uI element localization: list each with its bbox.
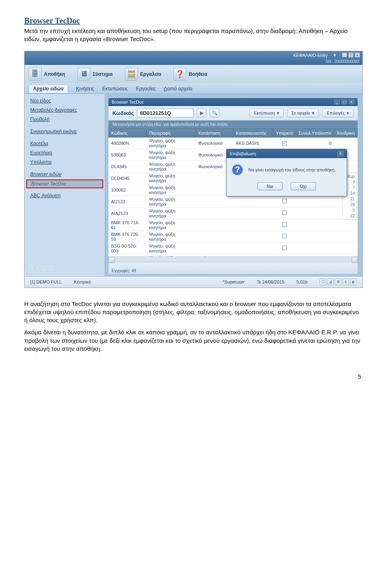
app-screenshot: ΚΕΦΑΛΑΙΟ-Entry ▼ _ □ × SN : 99000000000 …	[24, 51, 363, 288]
sidebar-item-browser-tecdoc[interactable]: Browser TecDoc	[26, 179, 103, 188]
toolbar-warehouse-button[interactable]: 🗄Αποθήκη	[29, 68, 65, 81]
question-icon: ?	[231, 164, 243, 176]
group-hint-row: Μετακινήστε μια στήλη εδώ, για ομαδοποίη…	[108, 121, 358, 129]
sidebar-item-summary[interactable]: Συγκεντρωτική εικόνα	[25, 127, 105, 136]
grid-footer: Εγγραφές: 49	[108, 262, 358, 274]
dialog-message: Να γίνει εισαγωγή του είδους στην αποθήκ…	[248, 167, 335, 172]
status-icon[interactable]: 🖵	[320, 279, 326, 285]
dialog-yes-button[interactable]: Ναι	[257, 182, 283, 190]
section-heading: Browser TecDoc	[24, 16, 363, 25]
sidebar: Νέο είδος Μεταβολές-διαγραφές Προβολή Συ…	[25, 94, 105, 276]
toolbar-label: Εργαλεία	[140, 71, 162, 77]
dialog-titlebar: Επιβεβαίωση ×	[227, 149, 347, 158]
status-bar: [1] DEMO FULL Κεντρικό *Superuser Τε 24/…	[25, 276, 362, 288]
sidebar-item-view[interactable]: Προβολή	[25, 115, 105, 124]
status-db-label: [1] DEMO FULL	[30, 279, 62, 284]
col-code[interactable]: Κωδικός	[109, 129, 147, 137]
status-icon[interactable]: Ⅲ	[335, 279, 341, 285]
search-label: Κωδικός	[112, 110, 134, 116]
col-status[interactable]: Κατάσταση	[196, 129, 233, 137]
sidebar-item-index[interactable]: Ευρετήριο	[25, 148, 105, 157]
warehouse-icon: 🗄	[29, 68, 42, 81]
toolbar-help-button[interactable]: ❓Βοήθεια	[173, 68, 207, 81]
status-icon[interactable]: 🖨	[327, 279, 334, 285]
sidebar-item-new[interactable]: Νέο είδος	[25, 96, 105, 105]
sidebar-item-modify[interactable]: Μεταβολές-διαγραφές	[25, 106, 105, 115]
play-button[interactable]: ▶	[197, 108, 206, 117]
table-row[interactable]: BMK 376 714-61Ψυγείο, ψύξη κινητήρα	[109, 219, 358, 231]
minimize-icon[interactable]: _	[342, 52, 347, 58]
to-file-button[interactable]: Σε αρχείο▾	[287, 108, 319, 117]
menu-item-movements[interactable]: Κινήσεις	[76, 86, 94, 92]
system-icon: 🖥	[77, 68, 90, 81]
table-row[interactable]: AIA2123Ψυγείο, ψύξη κινητήρα	[109, 207, 358, 219]
watermark-text: Κεφά	[28, 261, 55, 274]
chevron-down-icon: ▾	[347, 111, 349, 116]
options-button[interactable]: Επιλογές▾	[322, 108, 354, 117]
table-row[interactable]: BSG 90-520-003Ψυγείο, ψύξη κινητήρα	[109, 242, 358, 254]
dialog-title-label: Επιβεβαίωση	[230, 151, 256, 156]
col-wholesale[interactable]: Χονδρική	[334, 129, 357, 137]
inner-minimize-icon[interactable]: _	[334, 100, 340, 104]
menu-item-other[interactable]: Λοιπά αρχεία	[164, 86, 192, 92]
table-row[interactable]: AI2123Ψυγείο, ψύξη κινητήρα	[109, 196, 358, 207]
chevron-down-icon: ▾	[277, 111, 279, 116]
menu-item-prints[interactable]: Εκτυπώσεις	[102, 86, 128, 92]
status-icon[interactable]: €	[343, 279, 349, 285]
sn-label: SN : 99000000000	[25, 59, 362, 65]
toolbar-tools-button[interactable]: 🧮Εργαλεία	[125, 68, 162, 81]
toolbar-label: Αποθήκη	[44, 71, 65, 77]
status-icons: 🖵 🖨 Ⅲ € ◐	[320, 279, 357, 285]
status-user-label: *Superuser	[223, 279, 245, 284]
inner-title-label: Browser TecDoc	[112, 100, 144, 104]
table-row[interactable]: BMK 376 720-59Ψυγείο, ψύξη κινητήρα	[109, 231, 358, 242]
horizontal-scrollbar[interactable]	[108, 256, 358, 262]
table-row[interactable]: 480390NΨυγείο, ψύξη κινητήραΦυσιολογικόA…	[109, 137, 358, 149]
maximize-icon[interactable]: □	[348, 52, 354, 58]
col-total-balance[interactable]: Συνολ.Υπόλοιπο	[296, 129, 334, 137]
status-branch-label: Κεντρικό	[74, 279, 91, 284]
main-toolbar: 🗄Αποθήκη 🖥Σύστημα 🧮Εργαλεία ❓Βοήθεια	[25, 65, 362, 83]
dialog-no-button[interactable]: Όχι	[291, 182, 316, 190]
toolbar-system-button[interactable]: 🖥Σύστημα	[77, 68, 113, 81]
print-button[interactable]: Εκτύπωση▾	[250, 108, 284, 117]
sidebar-item-abc[interactable]: ABC Ανάλυση	[25, 191, 105, 200]
body-paragraph-3: Ακόμα δίνεται η δυνατότητα, με διπλό κλι…	[24, 328, 363, 353]
close-icon[interactable]: ×	[355, 52, 360, 58]
col-manufacturer[interactable]: Κατασκευαστής	[233, 129, 273, 137]
app-title-label: ΚΕΦΑΛΑΙΟ-Entry	[293, 53, 328, 58]
window-titlebar: ΚΕΦΑΛΑΙΟ-Entry ▼ _ □ ×	[25, 51, 362, 59]
dialog-close-icon[interactable]: ×	[337, 151, 343, 156]
menu-item-tasks[interactable]: Εργασίες	[136, 86, 156, 92]
page-number: 5	[24, 373, 363, 380]
sidebar-item-card[interactable]: Καρτέλα	[25, 139, 105, 148]
inner-close-icon[interactable]: ×	[349, 100, 354, 104]
status-version-label: 5.01b	[296, 279, 308, 284]
chevron-down-icon: ▾	[312, 111, 314, 116]
record-count-label: Εγγραφές: 49	[112, 269, 354, 273]
status-icon[interactable]: ◐	[350, 279, 357, 285]
menu-item-archive[interactable]: Αρχείο ειδών	[29, 84, 68, 93]
col-exists[interactable]: Υπαρκτό	[273, 129, 296, 137]
menu-bar: Αρχείο ειδών Κινήσεις Εκτυπώσεις Εργασίε…	[25, 83, 362, 94]
tools-icon: 🧮	[125, 68, 138, 81]
col-desc[interactable]: Περιγραφή	[147, 129, 196, 137]
search-input[interactable]: 8D0121251Q	[137, 108, 194, 117]
inner-maximize-icon[interactable]: □	[341, 100, 347, 104]
toolbar-label: Βοήθεια	[189, 71, 207, 77]
window-buttons: _ □ ×	[342, 52, 360, 58]
sidebar-item-browser-items[interactable]: Browser ειδών	[25, 170, 105, 179]
status-date-label: Τε 24/06/2015	[257, 279, 285, 284]
search-button[interactable]: 🔍	[210, 108, 219, 117]
intro-paragraph-1: Μετά την επιτυχή εκτέλεση και αποθήκευση…	[24, 27, 363, 44]
help-icon: ❓	[173, 68, 186, 81]
search-row: Κωδικός 8D0121251Q ▶ 🔍 Εκτύπωση▾ Σε αρχε…	[108, 106, 358, 121]
sidebar-item-balance[interactable]: Υπόλοιπα	[25, 158, 105, 167]
inner-titlebar: Browser TecDoc _ □ ×	[108, 98, 358, 106]
confirm-dialog: Επιβεβαίωση × ? Να γίνει εισαγωγή του εί…	[226, 149, 347, 196]
body-paragraph-2: Η αναζήτηση στο TecDoc γίνεται για συγκε…	[24, 300, 363, 325]
toolbar-label: Σύστημα	[93, 71, 113, 77]
